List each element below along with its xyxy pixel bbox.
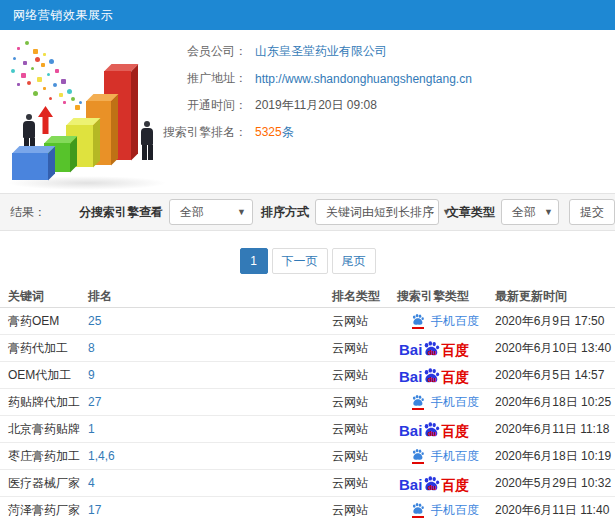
mobile-baidu-underline — [412, 408, 424, 410]
pagination: 1 下一页 尾页 — [0, 248, 615, 274]
baidu-logo: Baidu百度 — [399, 475, 469, 492]
rank-type-cell: 云网站 — [332, 502, 397, 519]
keyword-cell: 医疗器械厂家 — [0, 475, 88, 492]
baidu-logo-du: du — [423, 376, 440, 383]
promo-url-link[interactable]: http://www.shandonghuangshengtang.cn — [255, 72, 472, 86]
baidu-logo-du: du — [423, 430, 440, 437]
results-table: 关键词 排名 排名类型 搜索引擎类型 最新更新时间 膏药OEM 25 云网站 手… — [0, 285, 615, 520]
next-page-button[interactable]: 下一页 — [272, 248, 328, 274]
sort-filter-label: 排序方式 — [261, 204, 309, 221]
updated-cell: 2020年6月9日 17:50 — [495, 313, 615, 330]
engine-filter-value: 全部 — [180, 204, 204, 221]
last-page-button[interactable]: 尾页 — [332, 248, 376, 274]
engine-filter-select[interactable]: 全部 ▼ — [169, 199, 253, 225]
result-label: 结果： — [10, 204, 46, 221]
table-row: OEM代加工 9 云网站 Baidu百度 2020年6月5日 14:57 — [0, 362, 615, 389]
mobile-baidu-icon — [411, 502, 425, 518]
open-time-row: 开通时间： 2019年11月20日 09:08 — [150, 92, 472, 119]
confetti-dot — [53, 83, 57, 87]
keyword-cell: 药贴牌代加工 — [0, 394, 88, 411]
confetti-dot — [55, 69, 59, 73]
confetti-dot — [41, 63, 45, 67]
promo-url-label: 推广地址： — [150, 70, 247, 87]
mobile-baidu-underline — [412, 462, 424, 464]
member-info-panel: 会员公司： 山东皇圣堂药业有限公司 推广地址： http://www.shand… — [150, 38, 472, 146]
company-link[interactable]: 山东皇圣堂药业有限公司 — [255, 43, 387, 60]
rank-link[interactable]: 25 — [88, 314, 332, 328]
rank-link[interactable]: 8 — [88, 341, 332, 355]
engine-rank-value: 5325条 — [255, 124, 294, 141]
promo-url-row: 推广地址： http://www.shandonghuangshengtang.… — [150, 65, 472, 92]
confetti-dot — [37, 77, 42, 82]
updated-cell: 2020年6月5日 14:57 — [495, 367, 615, 384]
page-title: 网络营销效果展示 — [13, 7, 113, 24]
bar-side-face — [93, 118, 100, 167]
engine-filter-label: 分搜索引擎查看 — [79, 204, 163, 221]
confetti-dot — [27, 81, 31, 85]
rank-type-cell: 云网站 — [332, 394, 397, 411]
baidu-logo-bai: Bai — [399, 478, 422, 492]
header-updated: 最新更新时间 — [495, 288, 615, 305]
rank-type-cell: 云网站 — [332, 340, 397, 357]
rank-link[interactable]: 27 — [88, 395, 332, 409]
rank-unit: 条 — [282, 125, 294, 139]
person-head — [26, 114, 32, 120]
confetti-dot — [75, 105, 80, 110]
confetti-dot — [11, 69, 15, 73]
bar-side-face — [48, 146, 55, 180]
table-row: 枣庄膏药加工 1,4,6 云网站 手机百度 2020年6月18日 10:19 — [0, 443, 615, 470]
summary-section: 会员公司： 山东皇圣堂药业有限公司 推广地址： http://www.shand… — [0, 30, 615, 193]
baidu-paw-icon: du — [423, 340, 440, 357]
updated-cell: 2020年6月11日 11:18 — [495, 421, 615, 438]
baidu-logo-bai: Bai — [399, 370, 422, 384]
baidu-logo-bai: Bai — [399, 343, 422, 357]
engine-cell: Baidu百度 — [397, 421, 495, 438]
updated-cell: 2020年6月18日 10:25 — [495, 394, 615, 411]
filter-bar: 结果： 分搜索引擎查看 全部 ▼ 排序方式 关键词由短到长排序 ▼ 文章类型 全… — [0, 193, 615, 231]
rank-link[interactable]: 1,4,6 — [88, 449, 332, 463]
mobile-baidu-underline — [412, 516, 424, 518]
person-legs — [142, 145, 153, 160]
mobile-baidu-label: 手机百度 — [431, 502, 479, 519]
confetti-dot — [67, 89, 72, 94]
engine-cell: 手机百度 — [397, 394, 495, 411]
updated-cell: 2020年5月29日 10:32 — [495, 475, 615, 492]
confetti-dot — [21, 73, 26, 78]
rank-link[interactable]: 17 — [88, 503, 332, 517]
confetti-dot — [35, 57, 40, 62]
rank-count: 5325 — [255, 125, 282, 139]
rank-link[interactable]: 1 — [88, 422, 332, 436]
confetti-dot — [79, 101, 82, 104]
engine-cell: Baidu百度 — [397, 367, 495, 384]
header-rank: 排名 — [88, 288, 332, 305]
submit-button[interactable]: 提交 — [569, 199, 615, 225]
rank-type-cell: 云网站 — [332, 313, 397, 330]
article-type-value: 全部 — [512, 204, 536, 221]
baidu-logo-cn: 百度 — [441, 478, 469, 492]
caret-down-icon: ▼ — [237, 207, 246, 217]
keyword-cell: OEM代加工 — [0, 367, 88, 384]
confetti-dot — [13, 57, 16, 60]
page-1-button[interactable]: 1 — [240, 248, 268, 274]
confetti-dot — [23, 61, 27, 65]
baidu-logo-du: du — [423, 349, 440, 356]
mobile-baidu-icon — [411, 394, 425, 410]
table-header-row: 关键词 排名 排名类型 搜索引擎类型 最新更新时间 — [0, 285, 615, 308]
confetti-dot — [61, 79, 66, 84]
confetti-dot — [43, 87, 46, 90]
article-type-select[interactable]: 全部 ▼ — [501, 199, 559, 225]
confetti-dot — [33, 49, 38, 54]
mobile-baidu-icon — [411, 313, 425, 329]
sort-filter-select[interactable]: 关键词由短到长排序 ▼ — [315, 199, 439, 225]
rank-link[interactable]: 9 — [88, 368, 332, 382]
mobile-baidu-label: 手机百度 — [431, 448, 479, 465]
engine-cell: 手机百度 — [397, 502, 495, 519]
bar-1 — [12, 153, 48, 180]
engine-rank-label: 搜索引擎排名： — [150, 124, 247, 141]
baidu-paw-icon: du — [423, 367, 440, 384]
rank-type-cell: 云网站 — [332, 475, 397, 492]
caret-down-icon: ▼ — [544, 207, 553, 217]
keyword-cell: 枣庄膏药加工 — [0, 448, 88, 465]
rank-link[interactable]: 4 — [88, 476, 332, 490]
table-body: 膏药OEM 25 云网站 手机百度 2020年6月9日 17:50 膏药代加工 … — [0, 308, 615, 520]
